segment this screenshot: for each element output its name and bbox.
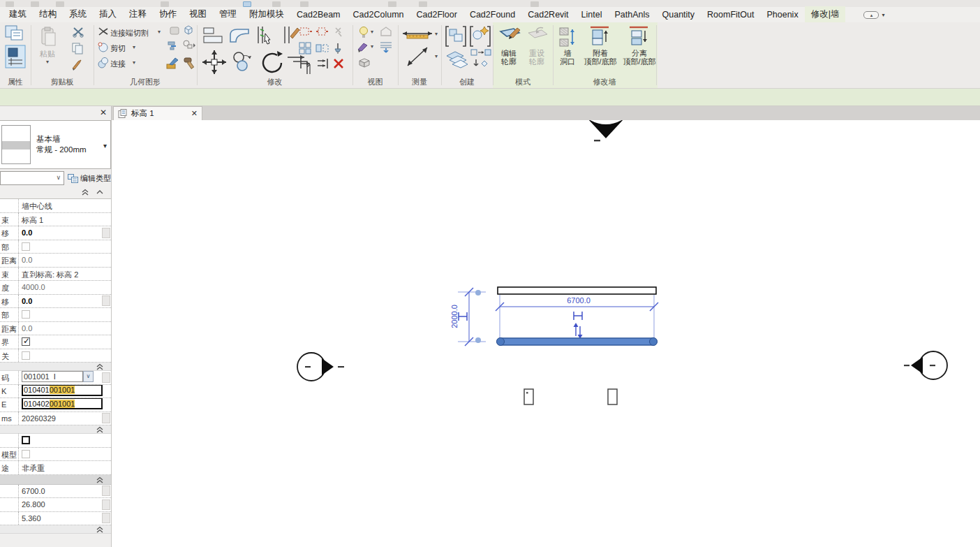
match-type-icon[interactable] — [71, 59, 85, 71]
attach-top-base-icon[interactable] — [589, 25, 610, 48]
property-value[interactable]: 非承重 — [19, 461, 111, 474]
filter-dropdown-icon[interactable]: ∨ — [56, 174, 61, 181]
view-tab-close-icon[interactable]: ✕ — [191, 109, 198, 118]
property-row-area[interactable]: 26.800 — [0, 498, 111, 512]
checkbox-unchecked[interactable] — [22, 310, 30, 319]
property-row-volume[interactable]: 5.360 — [0, 512, 111, 526]
tab-collaborate[interactable]: 协作 — [153, 6, 183, 23]
paint-icon[interactable] — [166, 56, 180, 70]
extend-icon[interactable] — [315, 57, 329, 70]
properties-toggle-icon[interactable] — [5, 45, 26, 68]
property-value[interactable]: 0.0 — [19, 254, 111, 267]
aligned-dimension-icon[interactable] — [405, 45, 430, 68]
dimension-value-horizontal[interactable]: 6700.0 — [558, 296, 600, 305]
panel-label-measure[interactable]: 测量 — [398, 77, 441, 87]
property-row-unconnected-height[interactable]: 度 4000.0 — [0, 281, 111, 295]
code-dropdown-icon[interactable]: ∨ — [83, 371, 94, 382]
hammer-icon[interactable] — [183, 56, 197, 70]
property-value[interactable]: 标高 1 — [19, 213, 111, 226]
type-properties-icon[interactable] — [5, 25, 24, 42]
paste-icon[interactable] — [39, 27, 57, 48]
copy-icon[interactable] — [71, 42, 84, 54]
parameter-group-header[interactable] — [0, 475, 111, 485]
property-value[interactable]: 0.0 — [19, 295, 111, 308]
tab-cad2floor[interactable]: Cad2Floor — [410, 8, 463, 22]
property-value[interactable]: 0.0 — [19, 322, 111, 335]
elevation-marker-right[interactable] — [904, 351, 947, 379]
panel-label-modify-wall[interactable]: 修改墙 — [553, 77, 656, 87]
tab-cad2column[interactable]: Cad2Column — [347, 8, 410, 22]
collapse-group-icon[interactable] — [96, 476, 104, 484]
edit-profile-icon[interactable] — [498, 26, 522, 47]
tab-pathanls[interactable]: PathAnls — [608, 8, 655, 22]
cope-icon[interactable] — [181, 39, 195, 50]
property-row-length[interactable]: 6700.0 — [0, 485, 111, 499]
join-end-cut-icon[interactable] — [98, 27, 109, 36]
tab-cad2revit[interactable]: Cad2Revit — [521, 8, 574, 22]
property-row-base-extension[interactable]: 距离 0.0 — [0, 254, 111, 268]
view-tab-level1[interactable]: 标高 1 ✕ — [113, 106, 202, 120]
pin-icon[interactable] — [332, 42, 343, 54]
tab-roomfitout[interactable]: RoomFitOut — [701, 8, 760, 22]
wall-end-grip[interactable] — [650, 338, 658, 346]
checkbox-unchecked[interactable] — [22, 351, 30, 360]
elevation-marker-left[interactable] — [297, 353, 344, 381]
detach-top-base-button[interactable]: 分离 顶部/底部 — [620, 49, 659, 66]
parameter-group-separator[interactable] — [0, 425, 111, 434]
join-geometry-icon[interactable] — [98, 57, 109, 68]
property-row-code-1[interactable]: K 010401001001 — [0, 385, 111, 399]
parameter-group-separator[interactable] — [0, 525, 111, 534]
tab-view[interactable]: 视图 — [183, 6, 213, 23]
measure-dropdown-icon[interactable]: ▾ — [435, 31, 438, 37]
reveal-hidden-dropdown-icon[interactable]: ▾ — [371, 29, 373, 35]
plan-symbol[interactable] — [608, 389, 617, 404]
collapse-all-icon[interactable] — [81, 189, 89, 196]
detach-top-base-icon[interactable] — [628, 25, 649, 48]
wall-corner-icon[interactable] — [202, 27, 223, 45]
tab-addins[interactable]: 附加模块 — [243, 6, 290, 23]
associate-parameter-button[interactable] — [102, 513, 110, 523]
property-row-base-offset[interactable]: 移 0.0 — [0, 226, 111, 240]
filter-combobox[interactable]: ∨ — [0, 171, 64, 185]
collapse-group-icon[interactable] — [96, 526, 104, 534]
edit-type-button[interactable]: 编辑类型 — [68, 173, 111, 184]
tab-modify-wall-contextual[interactable]: 修改|墙 — [805, 6, 846, 23]
checkbox-active[interactable] — [22, 436, 30, 444]
tab-cad2beam[interactable]: Cad2Beam — [290, 8, 347, 22]
join-geometry-button[interactable]: 连接 — [110, 59, 126, 69]
ghost-model-icon[interactable] — [379, 25, 393, 38]
demolish-icon[interactable] — [183, 24, 194, 36]
property-row-structural-usage[interactable]: 途 非承重 — [0, 461, 111, 475]
model-view[interactable]: 6700.0 2000.0 — [112, 120, 980, 547]
wall-selected[interactable] — [497, 338, 657, 345]
split-with-gap-icon[interactable] — [279, 25, 300, 46]
checkbox-unchecked[interactable] — [22, 450, 30, 458]
rotate-icon[interactable] — [258, 49, 286, 77]
tab-lintel[interactable]: Lintel — [575, 8, 609, 22]
tab-quantity[interactable]: Quantity — [656, 8, 701, 22]
property-row-base-constraint[interactable]: 束 标高 1 — [0, 213, 111, 227]
properties-close-icon[interactable]: ✕ — [100, 108, 107, 117]
wall-opening-button[interactable]: 墙 洞口 — [556, 49, 579, 66]
wall-end-grip[interactable] — [497, 338, 505, 346]
property-row-code-2[interactable]: E 010402001001 — [0, 398, 111, 412]
hide-element-icon[interactable] — [358, 57, 371, 68]
edit-profile-button[interactable]: 编辑 轮廓 — [498, 49, 519, 66]
copy-element-icon[interactable] — [230, 50, 254, 73]
property-row-code[interactable]: 码 001001I ∨ — [0, 371, 111, 385]
tab-phoenix[interactable]: Phoenix — [760, 8, 804, 22]
join-end-cut-dropdown-icon[interactable]: ▾ — [158, 29, 161, 35]
qat-icon[interactable] — [530, 1, 539, 7]
property-row-base-attached[interactable]: 部 — [0, 240, 111, 254]
associate-parameter-button[interactable] — [102, 499, 110, 510]
create-similar-icon[interactable] — [469, 25, 491, 48]
tab-insert[interactable]: 插入 — [93, 6, 123, 23]
property-value[interactable]: 6700.0 — [19, 485, 111, 498]
type-selector[interactable]: 基本墙 常规 - 200mm ▾ — [0, 120, 111, 169]
property-row-location-line[interactable]: 墙中心线 — [0, 199, 111, 213]
elevation-marker-top-icon[interactable] — [588, 120, 624, 138]
graphics-dropdown-icon[interactable]: ▾ — [371, 43, 373, 50]
collapse-icon[interactable] — [96, 189, 104, 196]
panel-label-geometry[interactable]: 几何图形 — [94, 77, 197, 87]
parameter-group-separator[interactable] — [0, 363, 111, 371]
